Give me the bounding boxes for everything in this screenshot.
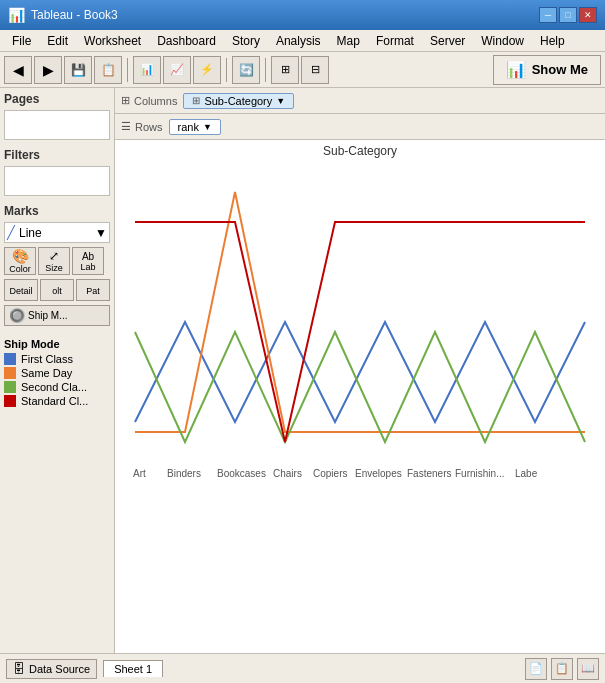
legend-label-same-day: Same Day [21, 367, 72, 379]
line-standard-class [135, 222, 585, 442]
size-icon: ⤢ [49, 249, 59, 263]
toolbar: ◀ ▶ 💾 📋 📊 📈 ⚡ 🔄 ⊞ ⊟ 📊 Show Me [0, 52, 605, 88]
menu-format[interactable]: Format [368, 32, 422, 50]
marks-detail-row: Detail olt Pat [4, 279, 110, 301]
label-icon: Ab [82, 251, 94, 262]
marks-type-label: Line [19, 226, 42, 240]
menu-analysis[interactable]: Analysis [268, 32, 329, 50]
menu-window[interactable]: Window [473, 32, 532, 50]
x-label-binders: Binders [167, 468, 201, 479]
marks-buttons: 🎨 Color ⤢ Size Ab Lab [4, 247, 110, 275]
rows-pill[interactable]: rank ▼ [169, 119, 221, 135]
new-dashboard-button[interactable]: 📋 [551, 658, 573, 680]
legend-color-second-class [4, 381, 16, 393]
rows-label-text: Rows [135, 121, 163, 133]
toolbar-back-button[interactable]: ◀ [4, 56, 32, 84]
chart-title: Sub-Category [115, 140, 605, 162]
menu-bar: File Edit Worksheet Dashboard Story Anal… [0, 30, 605, 52]
menu-server[interactable]: Server [422, 32, 473, 50]
x-label-labels: Labe [515, 468, 538, 479]
columns-label-text: Columns [134, 95, 177, 107]
label-label: Lab [80, 262, 95, 272]
marks-color-button[interactable]: 🎨 Color [4, 247, 36, 275]
close-button[interactable]: ✕ [579, 7, 597, 23]
x-label-bookcases: Bookcases [217, 468, 266, 479]
show-me-button[interactable]: 📊 Show Me [493, 55, 601, 85]
window-controls: ─ □ ✕ [539, 7, 597, 23]
toolbar-chart2-button[interactable]: 📈 [163, 56, 191, 84]
menu-story[interactable]: Story [224, 32, 268, 50]
pages-section: Pages [4, 92, 110, 140]
app-icon: 📊 [8, 7, 25, 23]
rows-grid-icon: ☰ [121, 120, 131, 133]
color-label: Color [9, 264, 31, 274]
marks-size-button[interactable]: ⤢ Size [38, 247, 70, 275]
new-story-button[interactable]: 📖 [577, 658, 599, 680]
menu-map[interactable]: Map [329, 32, 368, 50]
menu-help[interactable]: Help [532, 32, 573, 50]
window-title: Tableau - Book3 [31, 8, 539, 22]
maximize-button[interactable]: □ [559, 7, 577, 23]
toolbar-arrange1-button[interactable]: ⊞ [271, 56, 299, 84]
menu-dashboard[interactable]: Dashboard [149, 32, 224, 50]
toolbar-forward-button[interactable]: ▶ [34, 56, 62, 84]
columns-value: Sub-Category [204, 95, 272, 107]
canvas-area: ⊞ Columns ⊞ Sub-Category ▼ ☰ Rows rank ▼… [115, 88, 605, 653]
toolbar-chart1-button[interactable]: 📊 [133, 56, 161, 84]
ship-mode-label: Ship M... [28, 310, 67, 321]
minimize-button[interactable]: ─ [539, 7, 557, 23]
left-panel: Pages Filters Marks ╱ Line ▼ 🎨 Color ⤢ [0, 88, 115, 653]
marks-path-button[interactable]: Pat [76, 279, 110, 301]
marks-type-selector[interactable]: ╱ Line ▼ [4, 222, 110, 243]
x-label-chairs: Chairs [273, 468, 302, 479]
status-bar: 🗄 Data Source Sheet 1 📄 📋 📖 [0, 653, 605, 683]
sheet-tab[interactable]: Sheet 1 [103, 660, 163, 677]
marks-label-button[interactable]: Ab Lab [72, 247, 104, 275]
toolbar-arrange2-button[interactable]: ⊟ [301, 56, 329, 84]
toolbar-copy-button[interactable]: 📋 [94, 56, 122, 84]
menu-edit[interactable]: Edit [39, 32, 76, 50]
sheet-label: Sheet 1 [114, 663, 152, 675]
marks-title: Marks [4, 204, 110, 218]
line-icon: ╱ [7, 225, 15, 240]
menu-file[interactable]: File [4, 32, 39, 50]
show-me-icon: 📊 [506, 60, 526, 79]
main-layout: Pages Filters Marks ╱ Line ▼ 🎨 Color ⤢ [0, 88, 605, 653]
columns-pill-icon: ⊞ [192, 95, 200, 106]
legend-color-first-class [4, 353, 16, 365]
legend-label-second-class: Second Cla... [21, 381, 87, 393]
rows-value: rank [178, 121, 199, 133]
ship-mode-pill[interactable]: 🔘 Ship M... [4, 305, 110, 326]
legend-item-same-day: Same Day [4, 367, 110, 379]
menu-worksheet[interactable]: Worksheet [76, 32, 149, 50]
x-label-furnishings: Furnishin... [455, 468, 504, 479]
columns-shelf-label: ⊞ Columns [121, 94, 177, 107]
marks-section: Marks ╱ Line ▼ 🎨 Color ⤢ Size Ab Lab [4, 204, 110, 326]
line-same-day [135, 192, 585, 432]
columns-pill[interactable]: ⊞ Sub-Category ▼ [183, 93, 294, 109]
toolbar-refresh-button[interactable]: 🔄 [232, 56, 260, 84]
pages-title: Pages [4, 92, 110, 106]
toolbar-save-button[interactable]: 💾 [64, 56, 92, 84]
legend-title: Ship Mode [4, 338, 110, 350]
chart-svg-wrapper: Art Binders Bookcases Chairs Copiers Env… [115, 162, 605, 653]
legend-item-standard-class: Standard Cl... [4, 395, 110, 407]
filters-box[interactable] [4, 166, 110, 196]
marks-detail-button[interactable]: Detail [4, 279, 38, 301]
data-source-tab[interactable]: 🗄 Data Source [6, 659, 97, 679]
toolbar-separator-3 [265, 58, 266, 82]
toolbar-chart3-button[interactable]: ⚡ [193, 56, 221, 84]
toolbar-separator-1 [127, 58, 128, 82]
new-sheet-button[interactable]: 📄 [525, 658, 547, 680]
tab-icons: 📄 📋 📖 [525, 658, 599, 680]
legend-color-same-day [4, 367, 16, 379]
x-label-fasteners: Fasteners [407, 468, 451, 479]
data-source-label: Data Source [29, 663, 90, 675]
database-icon: 🗄 [13, 662, 25, 676]
columns-dropdown-icon: ▼ [276, 96, 285, 106]
x-label-art: Art [133, 468, 146, 479]
marks-tooltip-button[interactable]: olt [40, 279, 74, 301]
x-label-envelopes: Envelopes [355, 468, 402, 479]
legend-label-first-class: First Class [21, 353, 73, 365]
marks-type-dropdown-icon: ▼ [95, 226, 107, 240]
